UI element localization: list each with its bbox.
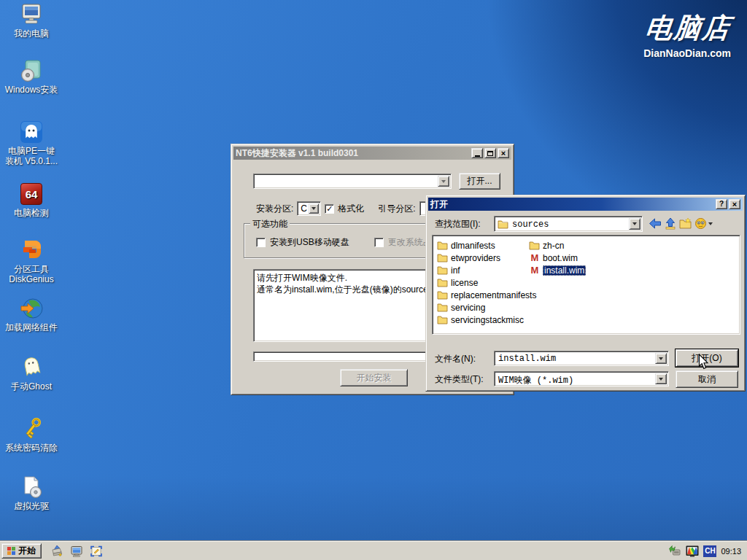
- wim-file-icon: M: [529, 253, 540, 262]
- file-list[interactable]: dlmanifests etwproviders inf license rep…: [432, 235, 740, 335]
- wim-path-combobox[interactable]: [253, 174, 452, 189]
- open-dialog-title-bar[interactable]: 打开 ? ×: [428, 198, 743, 211]
- usb-install-checkbox[interactable]: [256, 238, 266, 247]
- desktop-icon-load-network[interactable]: 加载网络组件: [0, 296, 63, 332]
- close-button[interactable]: ×: [498, 148, 509, 158]
- desktop-icon-label: 我的电脑: [0, 28, 63, 39]
- quicklaunch-show-desktop-button[interactable]: [90, 545, 103, 558]
- wim-file-icon: M: [529, 265, 540, 275]
- install-partition-combobox[interactable]: C: [297, 201, 321, 216]
- file-list-item[interactable]: M boot.wim: [529, 252, 586, 264]
- desktop-icon-password-clear[interactable]: 系统密码清除: [0, 416, 63, 453]
- sweep-tool-icon: [50, 545, 63, 558]
- windows-install-icon: [19, 58, 44, 83]
- close-button[interactable]: ×: [729, 199, 740, 209]
- brand-logo: 电脑店 DianNaoDian.com: [643, 10, 731, 59]
- start-button[interactable]: 开始: [1, 543, 42, 559]
- nt6-window-title: NT6快捷安装器 v1.1 build0301: [236, 147, 470, 160]
- show-desktop-icon: [90, 545, 103, 558]
- badge-64: 64: [26, 188, 38, 201]
- quicklaunch-display-button[interactable]: [70, 545, 83, 558]
- file-list-item[interactable]: servicing: [437, 301, 536, 314]
- folder-icon: [437, 303, 448, 312]
- nt6-title-bar[interactable]: NT6快捷安装器 v1.1 build0301 ×: [233, 147, 511, 160]
- wim-path-dropdown-button[interactable]: [438, 176, 449, 187]
- open-dialog-title: 打开: [430, 198, 714, 211]
- optional-features-group-label: 可选功能: [250, 218, 290, 230]
- brand-logo-title: 电脑店: [642, 10, 733, 47]
- desktop-icon-my-computer[interactable]: 我的电脑: [0, 2, 63, 39]
- file-name: zh-cn: [543, 241, 564, 251]
- file-name: replacementmanifests: [451, 290, 536, 300]
- folder-icon: [437, 278, 448, 287]
- partition-dropdown-button[interactable]: [309, 203, 319, 214]
- start-install-button[interactable]: 开始安装: [340, 369, 408, 386]
- quicklaunch-sweep-button[interactable]: [50, 545, 63, 558]
- tray-safely-remove-icon[interactable]: [668, 545, 681, 558]
- view-menu-button[interactable]: [694, 217, 713, 230]
- desktop-icon-label: 电脑检测: [0, 208, 63, 218]
- tray-input-indicator[interactable]: CH: [703, 545, 716, 557]
- desktop-icon-label: 系统密码清除: [0, 443, 63, 453]
- install-partition-value: C: [301, 203, 307, 214]
- desktop-icon-pe-installer[interactable]: 电脑PE一键 装机 V5.0.1...: [0, 120, 63, 167]
- file-name-combobox[interactable]: install.wim: [494, 351, 669, 366]
- key-icon: [19, 416, 44, 441]
- file-list-item[interactable]: inf: [437, 264, 536, 276]
- file-name-dropdown-button[interactable]: [655, 353, 667, 364]
- help-button[interactable]: ?: [716, 199, 727, 209]
- folder-icon: [437, 265, 448, 275]
- desktop-icon-label: 分区工具 DiskGenius: [0, 264, 63, 285]
- new-folder-button[interactable]: [679, 217, 692, 232]
- file-list-item[interactable]: etwproviders: [437, 252, 536, 264]
- look-in-dropdown-button[interactable]: [629, 218, 640, 230]
- format-checkbox-label: 格式化: [338, 203, 364, 215]
- desktop: { "desktop": { "logo_title": "电脑店", "log…: [0, 0, 747, 560]
- desktop-icon-manual-ghost[interactable]: 手动Ghost: [0, 355, 63, 392]
- tray-clock[interactable]: 09:13: [721, 547, 741, 556]
- dialog-open-button[interactable]: 打开(O): [676, 349, 738, 367]
- chevron-down-icon: [441, 180, 446, 183]
- nt6-open-button[interactable]: 打开...: [459, 173, 500, 190]
- taskbar: 开始 CH 09:13: [0, 541, 747, 560]
- start-button-label: 开始: [18, 545, 36, 557]
- chevron-down-icon: [659, 378, 663, 381]
- file-list-item[interactable]: license: [437, 276, 536, 289]
- file-list-item-selected[interactable]: M install.wim: [529, 264, 586, 276]
- diskgenius-icon: [19, 238, 44, 262]
- view-menu-icon: [694, 217, 707, 230]
- open-file-dialog: 打开 ? × 查找范围(I): sources dlmanifests: [425, 195, 746, 392]
- desktop-icon-virtual-drive[interactable]: 虚拟光驱: [0, 475, 63, 511]
- maximize-button[interactable]: [484, 148, 496, 158]
- format-checkbox[interactable]: ✓: [325, 204, 334, 214]
- desktop-icon-windows-install[interactable]: Windows安装: [0, 58, 63, 95]
- minimize-button[interactable]: [471, 148, 483, 158]
- desktop-icon-pc-check[interactable]: 64 电脑检测: [0, 182, 63, 218]
- desktop-icon-label: 电脑PE一键 装机 V5.0.1...: [0, 146, 63, 167]
- desktop-icon-label: 手动Ghost: [0, 381, 63, 392]
- folder-icon: [437, 290, 448, 300]
- file-list-item[interactable]: replacementmanifests: [437, 289, 536, 301]
- desktop-icon-diskgenius[interactable]: 分区工具 DiskGenius: [0, 238, 63, 285]
- network-globe-icon: [19, 296, 44, 321]
- ghost-icon: [19, 355, 44, 380]
- file-type-combobox[interactable]: WIM映像 (*.wim): [494, 371, 669, 386]
- desktop-icon-label: 虚拟光驱: [0, 501, 63, 511]
- file-type-dropdown-button[interactable]: [655, 373, 667, 384]
- folder-icon: [437, 241, 448, 250]
- file-list-item[interactable]: servicingstackmisc: [437, 314, 536, 326]
- chevron-down-icon: [659, 357, 663, 360]
- change-system-checkbox[interactable]: [374, 238, 384, 247]
- folder-icon: [498, 219, 508, 231]
- file-list-item[interactable]: dlmanifests: [437, 239, 536, 252]
- look-in-combobox[interactable]: sources: [494, 216, 643, 232]
- file-list-item[interactable]: zh-cn: [529, 239, 586, 252]
- up-one-level-button[interactable]: [664, 217, 677, 232]
- tray-display-icon[interactable]: [685, 545, 700, 558]
- monitor-icon: [70, 545, 83, 558]
- back-button[interactable]: [649, 217, 662, 232]
- dialog-cancel-button[interactable]: 取消: [676, 370, 738, 388]
- new-folder-icon: [679, 217, 692, 230]
- back-arrow-icon: [649, 217, 662, 230]
- file-name: boot.wim: [543, 253, 578, 263]
